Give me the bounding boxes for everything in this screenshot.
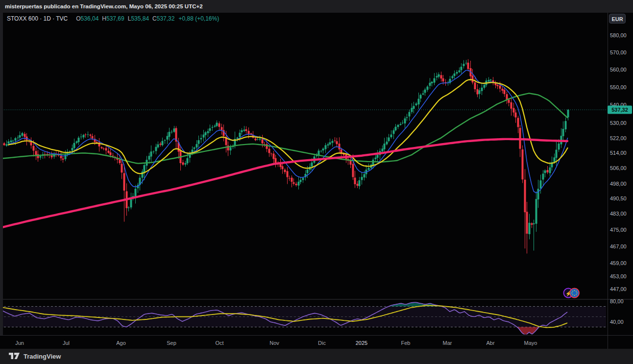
time-axis-month-Mar: Mar [443, 340, 452, 346]
price-axis-label: 467,00 [610, 243, 627, 249]
eu-star [576, 291, 577, 292]
rsi-axis-label: 40,00 [610, 319, 624, 325]
low-value: 535,84 [131, 15, 149, 22]
open-label: O [76, 15, 80, 22]
footer-bar: TradingView [0, 349, 633, 364]
price-axis-label: 560,00 [610, 67, 627, 73]
price-axis-label: 459,00 [610, 260, 627, 266]
eu-star [576, 294, 577, 295]
eu-star [574, 290, 575, 291]
price-axis-label: 498,00 [610, 181, 627, 187]
brand-name[interactable]: TradingView [24, 353, 61, 360]
close-label: C [152, 15, 157, 22]
time-axis-month-Abr: Abr [486, 340, 494, 346]
eu-star [577, 292, 578, 293]
price-axis-label: 483,00 [610, 211, 627, 217]
moving-averages-layer [0, 70, 568, 228]
ma-green-slow-line [0, 93, 567, 163]
price-axis-label: 522,00 [610, 135, 627, 141]
time-axis-month-Oct: Oct [215, 340, 223, 346]
time-axis-month-Nov: Nov [269, 340, 279, 346]
left-edge-strip [0, 13, 3, 335]
time-axis-month-Ago: Ago [116, 340, 126, 346]
price-axis-label: 580,00 [610, 32, 627, 38]
time-axis-month-2025: 2025 [356, 340, 367, 346]
time-axis-month-Sep: Sep [167, 340, 176, 346]
symbol-title: STOXX 600 · 1D · TVC [7, 15, 68, 22]
eu-star [574, 295, 575, 296]
candles-layer [3, 59, 569, 254]
time-axis-month-Jun: Jun [15, 340, 24, 346]
price-axis-label: 506,00 [610, 165, 627, 171]
eu-star [572, 294, 573, 295]
lightning-icon[interactable]: ⚡ [565, 291, 572, 297]
time-axis-month-Jul: Jul [63, 340, 70, 346]
price-axis-label: 453,00 [610, 273, 627, 279]
eu-star [572, 291, 573, 292]
price-axis-label: 550,00 [610, 84, 627, 90]
close-value: 537,32 [157, 15, 175, 22]
price-axis-label: 447,00 [610, 286, 627, 292]
time-axis-month-Mayo: Mayo [524, 340, 537, 346]
rsi-axis-label: 80,00 [610, 298, 624, 304]
price-axis-label: 490,50 [610, 195, 627, 201]
price-axis-label: 514,00 [610, 150, 627, 156]
ma-yellow-mid-line [8, 80, 567, 174]
price-axis-label: 475,00 [610, 227, 627, 233]
time-axis-month-Feb: Feb [401, 340, 411, 346]
current-price-tag-text: 537,32 [611, 107, 628, 113]
high-label: H [102, 15, 106, 22]
time-axis-month-Dic: Dic [318, 340, 326, 346]
price-axis-label: 530,00 [610, 120, 627, 126]
price-axis-label: 570,00 [610, 49, 627, 55]
chart-canvas[interactable]: 580,00570,00560,00550,00540,00530,00522,… [0, 0, 633, 364]
currency-button[interactable]: EUR [609, 14, 626, 24]
symbol-legend[interactable]: STOXX 600 · 1D · TVCO536,04H537,69L535,8… [7, 15, 219, 22]
high-value: 537,69 [106, 15, 124, 22]
tradingview-published-chart: misterpuertas publicado en TradingView.c… [0, 0, 633, 364]
change-value: +0,88 (+0,16%) [178, 15, 219, 22]
tradingview-logo-icon[interactable] [9, 353, 20, 360]
eu-star [572, 292, 573, 293]
open-value: 536,04 [81, 15, 99, 22]
